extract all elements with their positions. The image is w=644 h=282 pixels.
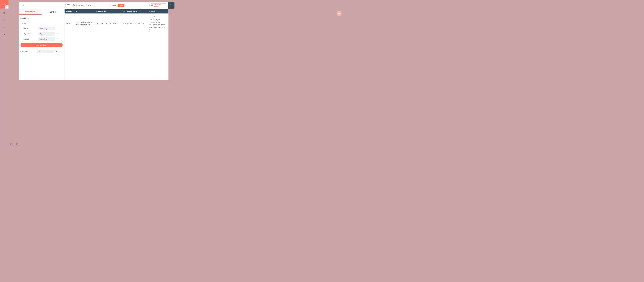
canvas-zoom-controls [10, 143, 19, 146]
operation-options-icon[interactable] [57, 33, 59, 35]
zoom-out-icon[interactable] [16, 143, 19, 146]
svg-point-35 [56, 51, 56, 51]
node-editor-modal: IF Parameters Settings Conditions: Strin… [18, 2, 168, 80]
cell-created-time: 2021-05-21T07:44:00.000Z [95, 14, 121, 33]
info-badge-icon[interactable]: i [72, 4, 74, 6]
output-branch-select[interactable]: true [86, 4, 94, 7]
value1-row: Value 1: Marketing [20, 27, 63, 30]
chevron-down-icon: ⌄ [59, 44, 60, 46]
svg-rect-6 [4, 12, 5, 13]
combine-value: ALL [39, 50, 42, 52]
plus-icon: + [338, 12, 340, 16]
add-condition-label: Add Condition [36, 44, 47, 46]
help-icon[interactable] [3, 34, 6, 36]
value2-options-icon[interactable] [57, 38, 59, 40]
tab-settings[interactable]: Settings [42, 9, 64, 14]
combine-row: Combine: ALL ⌄ [20, 50, 63, 53]
app-left-rail: ▸ [0, 0, 8, 150]
add-node-fab[interactable]: + [336, 11, 342, 16]
execute-node-button[interactable]: Execute Node [150, 3, 168, 7]
svg-rect-5 [3, 12, 4, 13]
value2-row: Value 2: Marketing [20, 38, 63, 41]
items-count-text: Items: 1 [65, 3, 72, 8]
cell-parent: { "type": "database_id", "database_id": … [148, 14, 169, 33]
output-branch-value: true [88, 4, 91, 6]
nodes-icon [2, 3, 6, 6]
svg-point-31 [57, 33, 58, 34]
value1-options-icon[interactable] [57, 28, 59, 30]
svg-line-23 [12, 145, 12, 146]
view-mode-toggle: JSON Table [110, 4, 125, 7]
conditions-label: Conditions: [20, 17, 63, 20]
expand-sidebar-chevron-icon[interactable]: ▸ [5, 5, 8, 8]
close-icon [170, 4, 172, 7]
svg-point-12 [3, 20, 4, 21]
value1-input[interactable]: Marketing [38, 27, 56, 30]
panel-tabs: Parameters Settings [18, 9, 64, 15]
play-icon [151, 4, 153, 6]
operation-label: Operation: [24, 33, 38, 35]
col-last-edited-time[interactable]: last_edited_time [121, 8, 148, 14]
node-output-panel: Items: 1 i | Output: true JSON Table Exe… [65, 2, 169, 80]
operation-row: Operation: Equal ⌄ [20, 32, 63, 36]
output-data-table: object id created_time last_edited_time … [65, 8, 169, 33]
combine-label: Combine: [20, 50, 37, 52]
svg-point-34 [58, 39, 58, 40]
svg-rect-7 [4, 14, 5, 14]
value2-label: Value 2: [24, 38, 38, 40]
col-object[interactable]: object [65, 8, 74, 14]
chevron-down-icon: ⌄ [52, 33, 54, 35]
svg-point-0 [2, 4, 3, 5]
operation-value: Equal [40, 33, 44, 35]
value2-input[interactable]: Marketing [38, 38, 56, 41]
string-condition-label: String: [20, 22, 63, 25]
col-created-time[interactable]: created_time [95, 8, 121, 14]
execute-node-label: Execute Node [154, 3, 165, 8]
svg-point-36 [56, 52, 57, 52]
cell-object: page [65, 14, 74, 33]
zoom-in-icon[interactable] [10, 143, 13, 146]
view-json-button[interactable]: JSON [110, 4, 118, 7]
svg-point-21 [4, 35, 4, 36]
add-condition-button[interactable]: Add Condition ⌄ [20, 42, 63, 47]
svg-point-32 [58, 34, 58, 34]
col-parent[interactable]: parent [148, 8, 169, 14]
workflows-icon[interactable] [3, 12, 6, 14]
value1-label: Value 1: [24, 28, 38, 30]
executions-list-icon[interactable] [3, 26, 6, 29]
cell-last-edited-time: 2021-05-21T07:55:00.000Z [121, 14, 148, 33]
svg-point-30 [58, 28, 58, 29]
svg-line-4 [3, 4, 5, 5]
node-parameters-panel: IF Parameters Settings Conditions: Strin… [18, 2, 64, 80]
app-logo[interactable]: ▸ [0, 0, 8, 8]
svg-line-3 [3, 3, 5, 4]
svg-point-29 [57, 28, 58, 28]
tab-parameters[interactable]: Parameters [18, 9, 42, 14]
output-header: Items: 1 i | Output: true JSON Table Exe… [65, 2, 169, 8]
chevron-down-icon: ⌄ [52, 51, 52, 52]
view-table-button[interactable]: Table [118, 4, 125, 7]
pipe-divider: | [76, 4, 77, 6]
operation-select[interactable]: Equal ⌄ [38, 32, 56, 36]
cell-id: 7ea71dc2-13e6-4a5f-973b-dc15ffbd4b35 [74, 14, 95, 33]
svg-line-27 [18, 145, 18, 146]
node-title: IF [18, 2, 64, 9]
svg-line-14 [5, 20, 5, 20]
svg-point-1 [5, 3, 6, 4]
output-label: Output: [78, 4, 84, 6]
table-row[interactable]: page 7ea71dc2-13e6-4a5f-973b-dc15ffbd4b3… [65, 14, 169, 33]
combine-select[interactable]: ALL ⌄ [37, 50, 54, 53]
close-modal-button[interactable] [168, 2, 174, 8]
combine-options-icon[interactable] [56, 50, 58, 52]
credentials-key-icon[interactable] [3, 19, 6, 22]
col-id[interactable]: id [74, 8, 95, 14]
svg-point-33 [57, 38, 58, 39]
